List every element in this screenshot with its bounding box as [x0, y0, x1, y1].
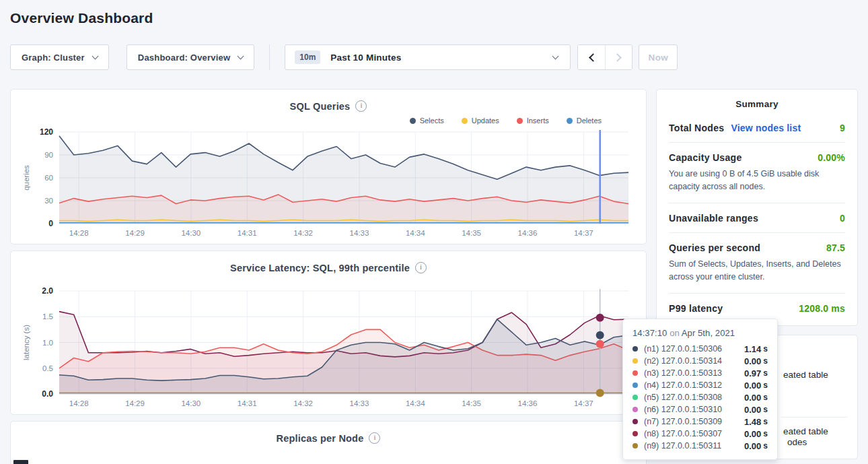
node-dot-icon — [632, 383, 638, 388]
node-dot-icon — [632, 407, 638, 412]
legend-item-inserts[interactable]: Inserts — [517, 117, 549, 125]
node-dot-icon — [632, 370, 638, 376]
svg-text:30: 30 — [44, 197, 53, 205]
time-next-button[interactable] — [605, 45, 632, 69]
node-dot-icon — [632, 443, 638, 449]
dashboard-dropdown[interactable]: Dashboard: Overview — [126, 44, 254, 70]
svg-text:14:31: 14:31 — [238, 229, 257, 237]
summary-title: Summary — [669, 99, 845, 109]
svg-text:14:35: 14:35 — [462, 229, 481, 237]
node-dot-icon — [632, 395, 638, 400]
summary-row-qps: Queries per second 87.5 Sum of Selects, … — [669, 232, 845, 293]
svg-text:14:28: 14:28 — [69, 229, 89, 237]
chevron-left-icon — [589, 53, 598, 62]
latency-panel: Service Latency: SQL, 99th percentile i … — [10, 251, 647, 415]
svg-text:120: 120 — [40, 127, 53, 137]
updates-dot-icon — [462, 118, 468, 124]
event-text-fragment: eated table — [783, 370, 828, 380]
graph-dropdown-label: Graph: Cluster — [22, 53, 85, 63]
graph-dropdown[interactable]: Graph: Cluster — [10, 44, 109, 70]
time-range-label: Past 10 Minutes — [330, 53, 401, 63]
replicas-ymax-label-clipped — [13, 460, 28, 464]
sql-queries-legend: Selects Updates Inserts Deletes — [20, 114, 602, 127]
tooltip-row-n4: (n4) 127.0.0.1:503120.00s — [632, 379, 768, 391]
total-nodes-value: 9 — [840, 123, 845, 133]
svg-text:14:36: 14:36 — [518, 229, 538, 237]
svg-text:1.0: 1.0 — [42, 339, 53, 347]
node-dot-icon — [632, 431, 638, 436]
event-text-fragment: eated table — [783, 426, 828, 436]
svg-text:14:29: 14:29 — [125, 229, 145, 237]
svg-text:14:32: 14:32 — [293, 229, 313, 237]
node-dot-icon — [632, 346, 638, 352]
info-icon[interactable]: i — [355, 100, 367, 112]
svg-text:14:36: 14:36 — [518, 399, 538, 407]
svg-text:0: 0 — [48, 219, 53, 228]
chevron-down-icon — [552, 53, 559, 59]
toolbar: Graph: Cluster Dashboard: Overview 10m P… — [10, 44, 858, 70]
time-range-badge: 10m — [295, 51, 320, 64]
latency-chart[interactable]: 14:2814:2914:3014:3114:3214:3314:3414:35… — [20, 286, 637, 410]
capacity-usage-note: You are using 0 B of 4.5 GiB usable disk… — [669, 168, 845, 194]
selects-dot-icon — [410, 118, 416, 124]
node-dot-icon — [632, 358, 638, 364]
events-divider — [781, 417, 848, 418]
svg-text:14:30: 14:30 — [181, 229, 201, 237]
svg-text:latency (s): latency (s) — [22, 325, 30, 360]
time-range-selector[interactable]: 10m Past 10 Minutes — [285, 44, 571, 70]
tooltip-row-n7: (n7) 127.0.0.1:503091.48s — [632, 416, 768, 428]
svg-text:60: 60 — [44, 174, 53, 182]
tooltip-timestamp: 14:37:10 on Apr 5th, 2021 — [632, 328, 768, 338]
legend-item-selects[interactable]: Selects — [410, 117, 444, 125]
legend-item-deletes[interactable]: Deletes — [567, 117, 602, 125]
tooltip-row-n8: (n8) 127.0.0.1:503070.00s — [632, 428, 768, 440]
page-title: Overview Dashboard — [10, 0, 858, 26]
svg-text:queries: queries — [22, 165, 30, 191]
now-button[interactable]: Now — [639, 44, 678, 70]
latency-title-row: Service Latency: SQL, 99th percentile i — [20, 262, 637, 273]
svg-text:90: 90 — [44, 151, 53, 159]
capacity-usage-label: Capacity Usage — [669, 152, 742, 163]
svg-text:14:34: 14:34 — [406, 229, 425, 237]
svg-text:14:37: 14:37 — [574, 229, 593, 237]
time-prev-button[interactable] — [578, 45, 605, 69]
svg-text:14:35: 14:35 — [462, 399, 481, 407]
svg-text:14:34: 14:34 — [406, 399, 425, 407]
svg-text:14:33: 14:33 — [350, 229, 369, 237]
tooltip-row-n3: (n3) 127.0.0.1:503130.97s — [632, 367, 768, 379]
latency-title: Service Latency: SQL, 99th percentile — [230, 263, 410, 273]
overview-dashboard-page: Overview Dashboard Graph: Cluster Dashbo… — [0, 0, 868, 464]
dashboard-dropdown-label: Dashboard: Overview — [138, 53, 230, 63]
svg-text:1.5: 1.5 — [42, 312, 53, 321]
toolbar-divider — [269, 44, 270, 70]
legend-item-updates[interactable]: Updates — [462, 117, 499, 125]
replicas-panel: Replicas per Node i — [10, 421, 647, 464]
deletes-dot-icon — [567, 118, 573, 124]
svg-text:14:33: 14:33 — [350, 399, 369, 407]
summary-row-p99: P99 latency 1208.0 ms — [669, 293, 845, 323]
node-dot-icon — [632, 419, 638, 424]
svg-text:14:37: 14:37 — [574, 399, 593, 407]
summary-row-total-nodes: Total Nodes View nodes list 9 — [669, 113, 845, 142]
summary-row-capacity: Capacity Usage 0.00% You are using 0 B o… — [669, 142, 845, 203]
tooltip-row-n1: (n1) 127.0.0.1:503061.14s — [632, 343, 768, 355]
info-icon[interactable]: i — [369, 432, 380, 444]
svg-text:14:30: 14:30 — [181, 399, 201, 407]
svg-text:14:31: 14:31 — [238, 399, 257, 407]
replicas-title: Replicas per Node — [277, 433, 364, 444]
sql-queries-title: SQL Queries — [290, 101, 351, 112]
tooltip-row-n6: (n6) 127.0.0.1:503100.00s — [632, 403, 768, 416]
chevron-down-icon — [238, 53, 244, 59]
sql-queries-chart[interactable]: 14:2814:2914:3014:3114:3214:3314:3414:35… — [20, 127, 637, 240]
view-nodes-list-link[interactable]: View nodes list — [731, 123, 801, 133]
tooltip-row-n9: (n9) 127.0.0.1:503110.00s — [632, 440, 768, 452]
qps-value: 87.5 — [826, 242, 845, 253]
inserts-dot-icon — [517, 118, 523, 124]
total-nodes-label: Total Nodes — [669, 123, 724, 133]
info-icon[interactable]: i — [415, 262, 427, 273]
svg-text:2.0: 2.0 — [42, 286, 53, 296]
sql-queries-panel: SQL Queries i Selects Updates Inserts De… — [10, 89, 647, 244]
chevron-down-icon — [92, 53, 98, 59]
p99-latency-label: P99 latency — [669, 303, 723, 314]
unavailable-ranges-label: Unavailable ranges — [669, 213, 758, 224]
